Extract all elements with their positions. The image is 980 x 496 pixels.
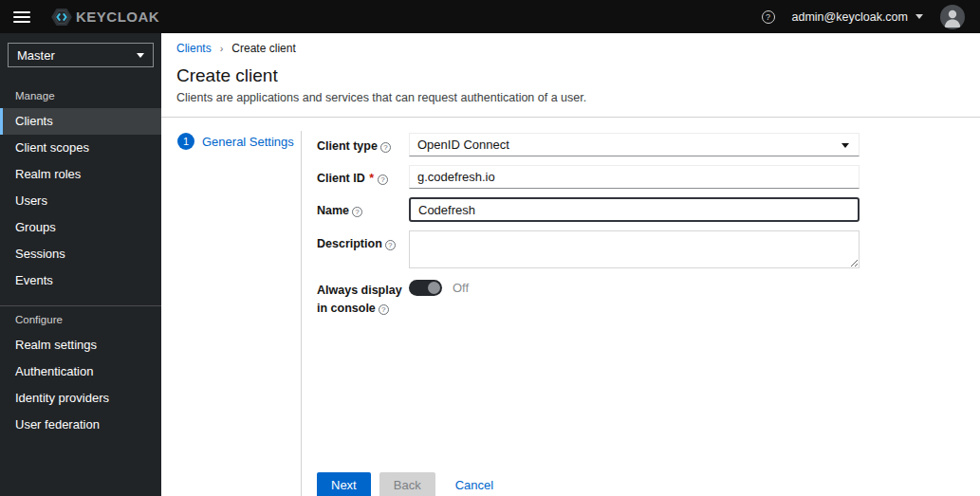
toggle-state-label: Off — [453, 281, 469, 295]
help-icon[interactable]: ? — [379, 304, 389, 315]
breadcrumb-separator-icon: › — [220, 43, 224, 54]
sidebar-item-user-federation[interactable]: User federation — [0, 412, 161, 438]
sidebar-item-users[interactable]: Users — [0, 188, 161, 214]
sidebar-item-events[interactable]: Events — [0, 267, 161, 294]
name-label: Name? — [317, 197, 409, 222]
always-display-toggle[interactable] — [409, 280, 442, 296]
create-client-wizard: 1 General Settings Client type? OpenID C… — [161, 118, 980, 496]
sidebar-item-realm-settings[interactable]: Realm settings — [0, 332, 161, 358]
hamburger-menu-icon[interactable] — [13, 11, 30, 23]
client-type-label: Client type? — [317, 133, 409, 156]
nav-section-manage: Manage — [0, 83, 161, 108]
sidebar-item-clients[interactable]: Clients — [0, 108, 161, 135]
page-subtitle: Clients are applications and services th… — [176, 91, 965, 104]
required-asterisk: * — [369, 172, 374, 185]
help-icon[interactable]: ? — [352, 207, 362, 217]
page-title: Create client — [176, 65, 965, 86]
description-textarea[interactable] — [409, 230, 860, 268]
sidebar-item-identity-providers[interactable]: Identity providers — [0, 385, 161, 412]
chevron-down-icon — [915, 14, 923, 19]
chevron-down-icon — [841, 143, 849, 148]
top-bar: KEYCLOAK ? admin@keycloak.com — [0, 0, 980, 33]
always-display-row: Always display in console? Off — [317, 277, 860, 318]
step-label: General Settings — [202, 135, 294, 149]
brand-text: KEYCLOAK — [76, 9, 159, 25]
help-icon[interactable]: ? — [762, 10, 775, 24]
description-row: Description? — [317, 230, 860, 268]
breadcrumb-clients-link[interactable]: Clients — [176, 42, 212, 55]
user-menu[interactable]: admin@keycloak.com — [792, 10, 923, 24]
page-header: Clients › Create client Create client Cl… — [161, 33, 980, 118]
sidebar-item-sessions[interactable]: Sessions — [0, 241, 161, 267]
always-display-label: Always display in console? — [317, 277, 409, 318]
general-settings-form: Client type? OpenID Connect Client ID *? — [301, 131, 860, 496]
realm-selector[interactable]: Master — [8, 43, 154, 67]
sidebar-item-client-scopes[interactable]: Client scopes — [0, 135, 161, 161]
cancel-link[interactable]: Cancel — [455, 478, 493, 492]
nav-section-configure: Configure — [0, 306, 161, 332]
help-icon[interactable]: ? — [378, 175, 388, 185]
help-icon[interactable]: ? — [385, 240, 396, 250]
keycloak-logo[interactable]: KEYCLOAK — [51, 8, 159, 27]
client-type-row: Client type? OpenID Connect — [317, 133, 860, 156]
user-email: admin@keycloak.com — [792, 10, 908, 24]
name-input[interactable] — [409, 197, 860, 222]
back-button[interactable]: Back — [379, 472, 435, 496]
client-id-label: Client ID *? — [317, 165, 409, 189]
toggle-knob — [428, 282, 440, 294]
main-content: Clients › Create client Create client Cl… — [161, 33, 980, 496]
breadcrumb-current: Create client — [231, 42, 295, 55]
next-button[interactable]: Next — [317, 472, 371, 496]
step-number-badge: 1 — [177, 133, 194, 150]
wizard-actions: Next Back Cancel — [317, 472, 860, 496]
wizard-step-nav: 1 General Settings — [161, 131, 301, 496]
sidebar-item-authentication[interactable]: Authentication — [0, 358, 161, 385]
name-row: Name? — [317, 197, 860, 222]
client-type-select[interactable]: OpenID Connect — [409, 133, 860, 156]
realm-selector-value: Master — [17, 48, 55, 63]
person-icon — [940, 5, 965, 29]
avatar[interactable] — [940, 5, 965, 29]
description-label: Description? — [317, 230, 409, 268]
client-id-input[interactable] — [409, 165, 860, 189]
keycloak-hexagon-icon — [51, 8, 72, 27]
help-icon[interactable]: ? — [380, 142, 391, 153]
wizard-step-general-settings[interactable]: 1 General Settings — [177, 133, 301, 150]
client-id-row: Client ID *? — [317, 165, 860, 189]
chevron-down-icon — [137, 53, 144, 58]
sidebar-item-groups[interactable]: Groups — [0, 214, 161, 241]
client-type-value: OpenID Connect — [417, 138, 509, 152]
sidebar-item-realm-roles[interactable]: Realm roles — [0, 161, 161, 188]
sidebar: Master Manage Clients Client scopes Real… — [0, 33, 161, 496]
breadcrumb: Clients › Create client — [176, 42, 965, 55]
